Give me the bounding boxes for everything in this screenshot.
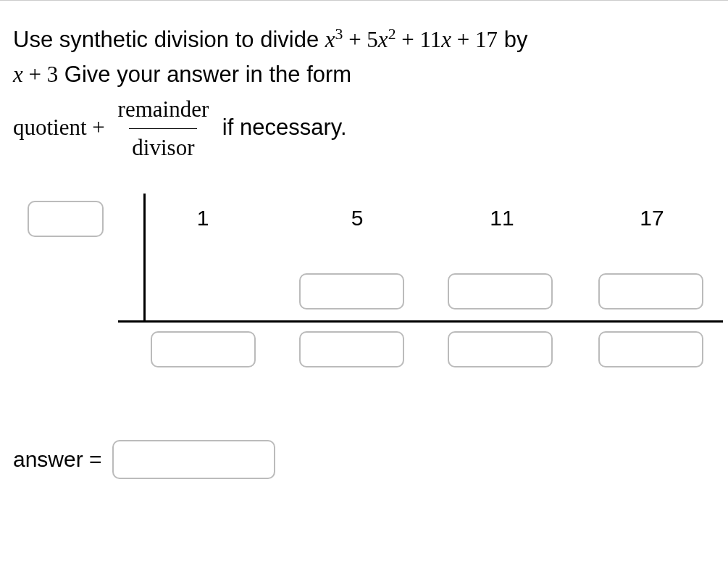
poly-p3: + 17 [451, 27, 498, 52]
coeff-4: 17 [637, 206, 666, 230]
answer-row: answer = [13, 440, 715, 479]
fraction: remainderdivisor [115, 92, 212, 165]
prompt-ifnec: if necessary. [216, 115, 346, 140]
mid-input-3[interactable] [448, 273, 553, 309]
result-input-3[interactable] [448, 331, 553, 367]
div-x: x [13, 62, 23, 87]
answer-label: answer = [13, 447, 102, 472]
poly-p1: + 5 [343, 27, 377, 52]
frac-denominator: divisor [129, 128, 197, 165]
divisor-input[interactable] [28, 201, 104, 237]
result-input-2[interactable] [299, 331, 404, 367]
poly-x3: x [441, 27, 451, 52]
coeff-2: 5 [343, 206, 372, 230]
poly-x2: x [378, 27, 388, 52]
question-text: Use synthetic division to divide x3 + 5x… [13, 22, 715, 166]
poly-exp3: 3 [335, 25, 343, 43]
divider [0, 0, 728, 1]
div-c: + 3 [23, 62, 58, 87]
poly-x1: x [325, 27, 335, 52]
coeff-1: 1 [188, 206, 217, 230]
frac-numerator: remainder [115, 92, 212, 128]
prompt-give: Give your answer in the form [58, 62, 351, 87]
quotient-word: quotient [13, 115, 87, 140]
result-input-1[interactable] [151, 331, 256, 367]
plus-sign: + [87, 115, 111, 140]
poly-exp2: 2 [388, 25, 396, 43]
content-area: Use synthetic division to divide x3 + 5x… [0, 22, 728, 479]
bracket-vertical [143, 194, 146, 320]
synthetic-division-grid: 1 5 11 17 [13, 194, 715, 382]
bracket-horizontal [118, 320, 723, 323]
result-input-4[interactable] [598, 331, 703, 367]
mid-input-4[interactable] [598, 273, 703, 309]
coeff-3: 11 [488, 206, 516, 230]
answer-input[interactable] [112, 440, 275, 479]
prompt-by: by [498, 27, 527, 52]
poly-p2: + 11 [396, 27, 441, 52]
mid-input-2[interactable] [299, 273, 404, 309]
prompt-pre: Use synthetic division to divide [13, 27, 325, 52]
